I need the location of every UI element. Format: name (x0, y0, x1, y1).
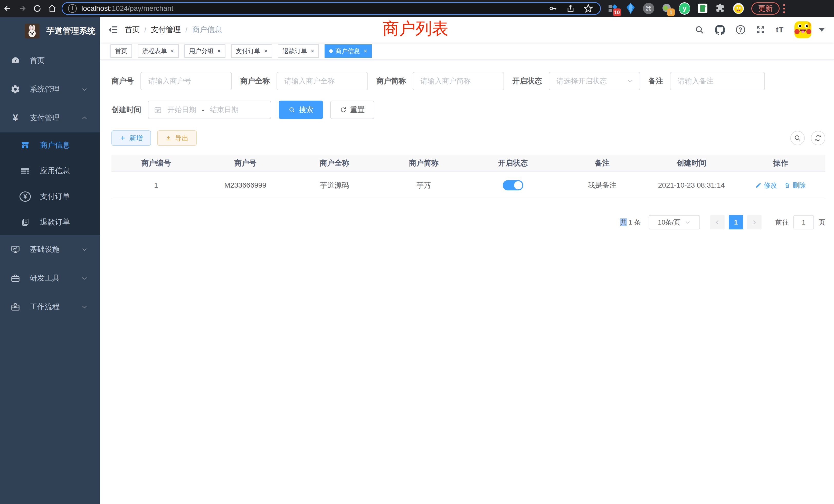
chevron-down-icon (81, 246, 88, 253)
yen-icon: ¥ (10, 113, 21, 123)
document-icon (20, 218, 31, 227)
end-date-placeholder: 结束日期 (210, 105, 239, 115)
font-size-icon[interactable]: tT (776, 25, 784, 34)
sidebar-item-dev-tools[interactable]: 研发工具 (0, 264, 100, 293)
close-icon[interactable]: × (311, 48, 314, 54)
create-time-range-picker[interactable]: 开始日期 - 结束日期 (148, 100, 271, 119)
status-label: 开启状态 (512, 76, 549, 86)
user-avatar[interactable] (794, 21, 811, 38)
refresh-icon (340, 107, 347, 113)
share-icon[interactable] (566, 4, 575, 13)
calendar-icon (154, 106, 162, 114)
goto-page-input[interactable] (793, 215, 814, 229)
dashboard-icon (10, 56, 21, 65)
sidebar-item-refund-order[interactable]: 退款订单 (0, 209, 100, 235)
sidebar-item-workflow[interactable]: 工作流程 (0, 293, 100, 321)
tab-process-form[interactable]: 流程表单× (138, 44, 179, 58)
status-toggle[interactable] (503, 180, 523, 190)
merchant-no-label: 商户号 (111, 76, 140, 86)
edit-link[interactable]: 修改 (755, 181, 777, 190)
sidebar-item-merchant-info[interactable]: 商户信息 (0, 132, 100, 158)
blocker-extension-icon[interactable]: 1 (661, 3, 672, 14)
tab-home[interactable]: 首页 (110, 44, 132, 58)
puzzle-extensions-icon[interactable] (715, 3, 726, 14)
refresh-table-button[interactable] (811, 131, 825, 145)
remark-input[interactable] (670, 72, 765, 90)
password-key-icon[interactable] (548, 4, 557, 13)
sidebar-item-label: 基础设施 (30, 244, 60, 255)
tab-pay-order[interactable]: 支付订单× (231, 44, 272, 58)
extensions-row: 10 ⌘ 1 y (607, 3, 744, 14)
github-icon[interactable] (715, 25, 725, 35)
short-name-input[interactable] (413, 72, 504, 90)
bookmark-star-icon[interactable] (584, 4, 593, 13)
header-search-icon[interactable] (695, 25, 704, 35)
caret-down-icon[interactable] (818, 28, 825, 31)
yen-circle-icon: ¥ (20, 191, 31, 202)
cell-merchant-no: M233666999 (201, 181, 290, 189)
browser-home-icon[interactable] (45, 2, 60, 15)
url-bar[interactable]: i localhost:1024/pay/merchant (62, 2, 601, 15)
app-logo[interactable]: 芋道管理系统 (0, 17, 100, 45)
command-extension-icon[interactable]: ⌘ (643, 3, 654, 14)
browser-update-button[interactable]: 更新 (751, 2, 780, 15)
goto-label: 前往 (775, 218, 789, 227)
gem-extension-icon[interactable] (625, 3, 636, 14)
gear-icon (10, 85, 21, 94)
sidebar-item-pay-order[interactable]: ¥ 支付订单 (0, 184, 100, 209)
grid-icon (20, 166, 31, 176)
sidebar-item-infra[interactable]: 基础设施 (0, 235, 100, 264)
yuque-extension-icon[interactable]: y (679, 3, 690, 14)
hamburger-icon[interactable] (100, 17, 125, 43)
search-icon (289, 107, 295, 113)
chevron-down-icon (684, 219, 691, 225)
site-info-icon[interactable]: i (68, 4, 77, 13)
page-size-select[interactable]: 10条/页 (649, 215, 700, 229)
cell-create-time: 2021-10-23 08:31:14 (647, 181, 736, 189)
close-icon[interactable]: × (217, 48, 221, 54)
notes-extension-icon[interactable] (697, 3, 708, 14)
breadcrumb-home[interactable]: 首页 (125, 25, 140, 35)
tab-user-group[interactable]: 用户分组× (184, 44, 225, 58)
next-page-button[interactable] (747, 215, 762, 229)
cell-full-name: 芋道源码 (290, 180, 379, 190)
tab-refund-order[interactable]: 退款订单× (278, 44, 319, 58)
sidebar-item-home[interactable]: 首页 (0, 46, 100, 75)
status-select[interactable]: 请选择开启状态 (549, 72, 640, 90)
search-button[interactable]: 搜索 (279, 100, 323, 119)
fullscreen-icon[interactable] (756, 25, 765, 35)
reset-button[interactable]: 重置 (330, 100, 374, 119)
close-icon[interactable]: × (171, 48, 174, 54)
delete-link[interactable]: 删除 (784, 181, 806, 190)
pagination-total: 共 1 条 (620, 218, 641, 227)
sidebar: 芋道管理系统 首页 系统管理 ¥ 支付管理 (0, 17, 100, 504)
breadcrumb: 首页 / 支付管理 / 商户信息 (125, 25, 222, 35)
browser-forward-icon[interactable] (15, 2, 30, 15)
extension-icon[interactable]: 10 (607, 3, 618, 14)
add-button[interactable]: 新增 (111, 130, 151, 146)
help-icon[interactable]: ? (736, 25, 745, 35)
extension-badge: 10 (613, 8, 621, 16)
browser-back-icon[interactable] (0, 2, 15, 15)
export-button[interactable]: 导出 (157, 130, 197, 146)
sidebar-item-label: 商户信息 (40, 140, 70, 151)
sidebar-item-app-info[interactable]: 应用信息 (0, 158, 100, 184)
sidebar-item-label: 支付订单 (40, 191, 70, 202)
breadcrumb-payment[interactable]: 支付管理 (151, 25, 181, 35)
profile-avatar-icon[interactable] (733, 3, 744, 14)
close-icon[interactable]: × (264, 48, 267, 54)
chevron-up-icon (81, 115, 88, 121)
prev-page-button[interactable] (710, 215, 725, 229)
page-number-1[interactable]: 1 (729, 215, 743, 229)
close-icon[interactable]: × (364, 48, 367, 54)
chevron-down-icon (81, 275, 88, 281)
browser-menu-icon[interactable] (783, 4, 785, 13)
merchant-no-input[interactable] (140, 72, 232, 90)
sidebar-item-payment[interactable]: ¥ 支付管理 (0, 104, 100, 132)
hide-search-button[interactable] (790, 131, 805, 145)
browser-reload-icon[interactable] (30, 2, 45, 15)
chevron-down-icon (627, 78, 634, 85)
full-name-input[interactable] (277, 72, 368, 90)
sidebar-item-system[interactable]: 系统管理 (0, 75, 100, 104)
tab-merchant-info[interactable]: 商户信息× (325, 44, 372, 58)
